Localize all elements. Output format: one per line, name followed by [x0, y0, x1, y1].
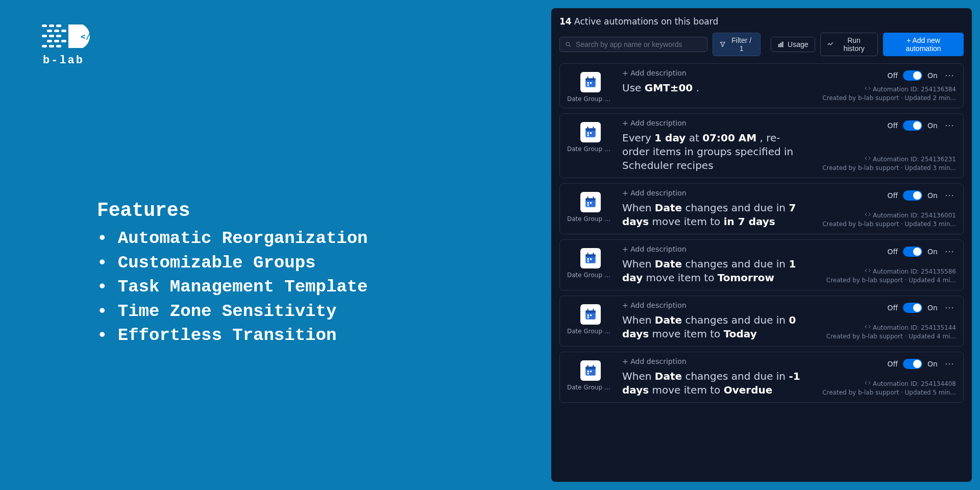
more-menu-button[interactable]: ⋯	[943, 119, 956, 132]
automation-card[interactable]: Date Group Ma... + Add description When …	[559, 296, 964, 347]
automation-toggle[interactable]	[903, 190, 922, 201]
svg-rect-58	[587, 365, 589, 368]
usage-button[interactable]: Usage	[771, 37, 815, 52]
automations-count: 14 Active automations on this board	[559, 16, 964, 27]
svg-rect-3	[47, 30, 52, 32]
svg-rect-19	[780, 43, 781, 47]
svg-rect-50	[585, 310, 596, 312]
toggle-off-label: Off	[887, 304, 898, 312]
svg-rect-37	[587, 197, 589, 199]
toggle-on-label: On	[927, 121, 938, 130]
features-list: Automatic Reorganization Customizable Gr…	[97, 227, 551, 348]
svg-rect-40	[590, 202, 592, 204]
add-description-button[interactable]: + Add description	[622, 245, 805, 253]
feature-item: Effortless Transition	[97, 324, 551, 348]
automation-card[interactable]: Date Group Ma... + Add description When …	[559, 352, 964, 403]
automation-toggle[interactable]	[903, 303, 922, 313]
add-description-button[interactable]: + Add description	[622, 119, 805, 127]
brand-text: b-lab	[43, 54, 84, 67]
automation-sentence: When Date changes and due in 7 days move…	[622, 201, 805, 229]
app-icon	[580, 192, 601, 212]
toggle-off-label: Off	[887, 71, 898, 80]
toggle-off-label: Off	[887, 248, 898, 256]
app-icon	[580, 122, 601, 142]
toggle-on-label: On	[927, 248, 938, 256]
svg-rect-24	[593, 77, 594, 79]
toggle-on-label: On	[927, 360, 938, 368]
more-menu-button[interactable]: ⋯	[943, 301, 956, 314]
run-history-button[interactable]: Run history	[820, 33, 878, 56]
toggle-on-label: On	[927, 71, 938, 80]
svg-rect-5	[61, 30, 66, 32]
automation-meta: Automation ID: 254135144 Created by b-la…	[826, 324, 956, 341]
automation-toggle[interactable]	[903, 70, 922, 81]
svg-rect-36	[585, 198, 596, 200]
usage-icon	[777, 41, 785, 48]
svg-rect-59	[593, 365, 594, 368]
add-automation-button[interactable]: + Add new automation	[883, 33, 964, 56]
automation-sentence: Every 1 day at 07:00 AM , re-order items…	[622, 131, 805, 173]
feature-item: Task Management Template	[97, 275, 551, 300]
svg-rect-7	[49, 35, 54, 37]
app-icon	[580, 248, 601, 268]
filter-button[interactable]: Filter / 1	[713, 33, 761, 56]
search-input-wrap[interactable]	[559, 37, 707, 52]
automation-toggle[interactable]	[903, 247, 922, 257]
svg-rect-11	[61, 40, 66, 42]
add-description-button[interactable]: + Add description	[622, 357, 805, 365]
svg-rect-18	[778, 44, 779, 47]
automation-meta: Automation ID: 254135586 Created by b-la…	[826, 267, 956, 285]
app-name: Date Group Ma...	[567, 215, 614, 223]
automation-sentence: When Date changes and due in 1 day move …	[622, 257, 805, 285]
search-icon	[565, 41, 572, 48]
svg-rect-27	[587, 84, 589, 86]
app-name: Date Group Ma...	[567, 95, 614, 103]
search-input[interactable]	[576, 40, 702, 48]
svg-rect-61	[590, 371, 592, 372]
svg-rect-43	[585, 254, 596, 256]
app-name: Date Group Ma...	[567, 328, 614, 335]
more-menu-button[interactable]: ⋯	[943, 189, 956, 202]
svg-rect-9	[47, 40, 52, 42]
automation-toggle[interactable]	[903, 359, 922, 369]
automation-meta: Automation ID: 254136231 Created by b-la…	[822, 155, 956, 173]
automation-card[interactable]: Date Group Ma... + Add description Use G…	[559, 63, 964, 108]
svg-rect-4	[54, 30, 59, 32]
more-menu-button[interactable]: ⋯	[943, 69, 956, 82]
app-name: Date Group Ma...	[567, 272, 614, 279]
svg-rect-60	[587, 371, 589, 372]
app-name: Date Group Ma...	[567, 145, 614, 153]
automations-panel: 14 Active automations on this board Filt…	[551, 8, 972, 482]
svg-rect-14	[56, 45, 61, 47]
svg-rect-29	[585, 128, 596, 130]
add-description-button[interactable]: + Add description	[622, 301, 805, 309]
automation-sentence: Use GMT±00 .	[622, 81, 805, 95]
svg-rect-31	[593, 127, 594, 129]
svg-line-17	[569, 45, 571, 47]
automation-card[interactable]: Date Group Ma... + Add description When …	[559, 239, 964, 290]
automation-card[interactable]: Date Group Ma... + Add description When …	[559, 183, 964, 234]
add-description-button[interactable]: + Add description	[622, 189, 805, 197]
app-icon	[580, 360, 601, 381]
svg-rect-8	[56, 35, 61, 37]
more-menu-button[interactable]: ⋯	[943, 357, 956, 370]
svg-rect-39	[587, 202, 589, 204]
features-title: Features	[97, 200, 551, 222]
svg-rect-51	[587, 309, 589, 311]
code-icon	[865, 85, 871, 94]
more-menu-button[interactable]: ⋯	[943, 245, 956, 258]
automation-sentence: When Date changes and due in -1 days mov…	[622, 370, 805, 397]
toggle-off-label: Off	[887, 121, 898, 130]
automation-card[interactable]: Date Group Ma... + Add description Every…	[559, 113, 964, 178]
svg-rect-38	[593, 197, 594, 199]
filter-icon	[719, 41, 726, 48]
svg-rect-48	[587, 260, 589, 262]
svg-rect-1	[49, 24, 54, 27]
toggle-on-label: On	[927, 304, 938, 312]
add-description-button[interactable]: + Add description	[622, 69, 805, 77]
svg-rect-34	[587, 134, 589, 136]
automation-toggle[interactable]	[903, 120, 922, 131]
svg-rect-20	[782, 42, 783, 46]
svg-rect-52	[593, 309, 594, 311]
svg-rect-53	[587, 314, 589, 316]
